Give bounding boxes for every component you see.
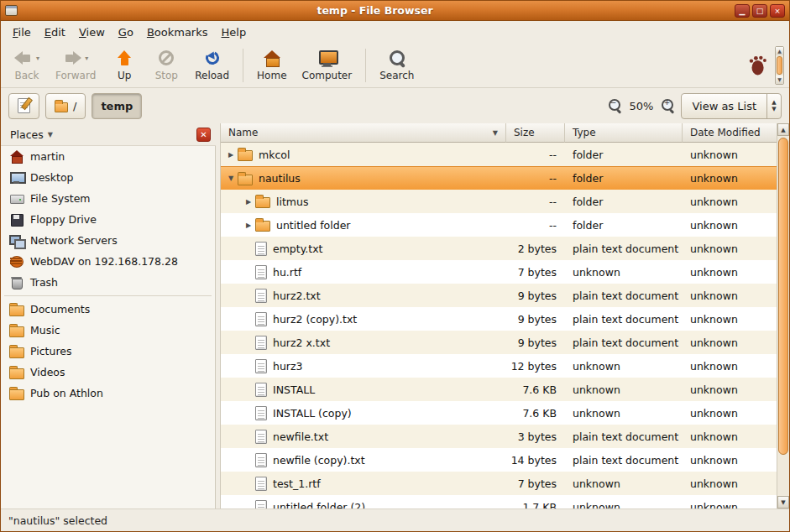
size-cell: -- (506, 167, 565, 190)
folder-icon (55, 102, 68, 112)
size-cell: 7.6 KB (506, 401, 565, 425)
scroll-up-icon[interactable]: ▲ (777, 123, 789, 136)
sidebar-item[interactable]: Pub on Athlon (1, 383, 215, 404)
forward-dropdown-icon[interactable]: ▾ (85, 55, 88, 62)
sidebar-item-label: Network Servers (30, 234, 118, 247)
name-cell: ▶ mkcol (221, 143, 506, 166)
mini-scroll-thumb[interactable] (777, 56, 782, 75)
folder-icon (9, 324, 24, 338)
places-selector[interactable]: Places ▼ (6, 127, 191, 143)
file-row[interactable]: hu.rtf 7 bytes unknown unknown (221, 260, 777, 284)
file-row[interactable]: newfile.txt 3 bytes plain text document … (221, 425, 777, 448)
size-cell: -- (506, 143, 565, 166)
sidebar-item[interactable]: Desktop (1, 167, 215, 188)
up-button[interactable]: Up (103, 45, 145, 86)
sidebar-item[interactable]: WebDAV on 192.168.178.28 (1, 251, 215, 272)
file-row[interactable]: ▶ untitled folder -- folder unknown (221, 213, 777, 237)
sidebar-item[interactable]: File System (1, 188, 215, 209)
date-modified-cell: unknown (683, 425, 777, 448)
zoom-level: 50% (630, 100, 654, 112)
back-dropdown-icon[interactable]: ▾ (36, 55, 39, 62)
file-row[interactable]: ▶ litmus -- folder unknown (221, 190, 777, 213)
file-row[interactable]: hurz2 (copy).txt 9 bytes plain text docu… (221, 307, 777, 331)
minimize-button[interactable]: ▁ (735, 4, 750, 18)
column-header-size[interactable]: Size (506, 123, 565, 143)
menu-help[interactable]: Help (215, 23, 254, 42)
menu-bookmarks[interactable]: Bookmarks (140, 23, 215, 42)
home-button[interactable]: Home (249, 45, 294, 86)
file-row[interactable]: INSTALL (copy) 7.6 KB unknown unknown (221, 401, 777, 425)
file-icon (255, 453, 267, 467)
close-sidebar-button[interactable]: ✕ (196, 128, 211, 142)
stop-button[interactable]: Stop (145, 45, 187, 86)
maximize-button[interactable]: □ (752, 4, 767, 18)
file-icon (255, 430, 267, 444)
vertical-scrollbar[interactable]: ▲ ▼ (777, 123, 789, 509)
path-root-button[interactable]: / (45, 93, 86, 119)
size-cell: 7 bytes (506, 260, 565, 284)
column-header-date-modified[interactable]: Date Modified (683, 123, 777, 143)
sidebar-item[interactable]: Music (1, 320, 215, 341)
file-row[interactable]: test_1.rtf 7 bytes unknown unknown (221, 472, 777, 495)
menu-edit[interactable]: Edit (38, 23, 72, 42)
sidebar-item[interactable]: Floppy Drive (1, 209, 215, 230)
name-cell: test_1.rtf (221, 472, 506, 495)
file-name: untitled folder (276, 219, 350, 232)
file-row[interactable]: hurz2 x.txt 9 bytes plain text document … (221, 331, 777, 354)
menu-view[interactable]: View (72, 23, 112, 42)
edit-location-button[interactable] (8, 93, 39, 119)
size-cell: 3 bytes (506, 425, 565, 448)
name-cell: hurz2.txt (221, 284, 506, 307)
file-row[interactable]: newfile (copy).txt 14 bytes plain text d… (221, 448, 777, 472)
expander-icon[interactable]: ▶ (224, 151, 238, 159)
expander-icon[interactable]: ▼ (224, 175, 238, 182)
titlebar[interactable]: temp - File Browser ▁ □ × (1, 1, 789, 21)
file-row[interactable]: untitled folder (2) 1.7 KB unknown unkno… (221, 495, 777, 509)
expander-icon[interactable]: ▶ (242, 222, 255, 229)
menu-file[interactable]: File (6, 23, 38, 42)
sidebar-item[interactable]: martin (1, 146, 215, 167)
mini-scroll-down-icon[interactable]: ▼ (776, 76, 783, 84)
name-cell: newfile (copy).txt (221, 448, 506, 472)
expander-icon[interactable]: ▶ (242, 198, 255, 206)
size-cell: 12 bytes (506, 354, 565, 378)
sidebar-item[interactable]: Trash (1, 272, 215, 293)
name-cell: empty.txt (221, 237, 506, 260)
sidebar-item[interactable]: Pictures (1, 341, 215, 362)
sidebar-item[interactable]: Videos (1, 362, 215, 383)
menu-go[interactable]: Go (112, 23, 140, 42)
file-row[interactable]: ▼ nautilus -- folder unknown (221, 166, 777, 190)
computer-icon (318, 50, 336, 66)
file-row[interactable]: ▶ mkcol -- folder unknown (221, 143, 777, 166)
scroll-down-icon[interactable]: ▼ (777, 496, 789, 509)
path-current-button[interactable]: temp (92, 93, 142, 119)
scrollbar-thumb[interactable] (778, 138, 788, 455)
zoom-in-button[interactable]: + (661, 99, 675, 113)
file-name: newfile (copy).txt (273, 454, 365, 467)
file-row[interactable]: hurz3 12 bytes unknown unknown (221, 354, 777, 378)
scrollbar-track[interactable] (777, 136, 789, 496)
sidebar-item-label: Pictures (30, 345, 72, 357)
file-row[interactable]: hurz2.txt 9 bytes plain text document un… (221, 284, 777, 307)
toolbar-mini-scrollbar[interactable]: ▲ ▼ (775, 46, 784, 85)
search-button[interactable]: Search (372, 45, 421, 86)
toolbar-separator (365, 49, 366, 82)
column-header-name[interactable]: Name ▼ (221, 123, 506, 143)
reload-button[interactable]: Reload (187, 45, 237, 86)
forward-button[interactable]: ▾ Forward (48, 45, 103, 86)
zoom-out-button[interactable]: − (608, 99, 622, 113)
file-row[interactable]: INSTALL 7.6 KB unknown unknown (221, 378, 777, 401)
back-button[interactable]: ▾ Back (6, 45, 48, 86)
sidebar-item[interactable]: Documents (1, 299, 215, 320)
sidebar-item[interactable]: Network Servers (1, 230, 215, 251)
file-row[interactable]: empty.txt 2 bytes plain text document un… (221, 237, 777, 260)
mini-scroll-up-icon[interactable]: ▲ (776, 47, 783, 55)
close-button[interactable]: × (770, 4, 785, 18)
date-modified-cell: unknown (683, 378, 777, 401)
combo-stepper-icon[interactable]: ▲▼ (766, 94, 781, 118)
name-cell: INSTALL (copy) (221, 401, 506, 425)
view-mode-combo[interactable]: View as List ▲▼ (681, 93, 782, 119)
size-cell: 1.7 KB (506, 495, 565, 509)
column-header-type[interactable]: Type (565, 123, 683, 143)
computer-button[interactable]: Computer (295, 45, 360, 86)
